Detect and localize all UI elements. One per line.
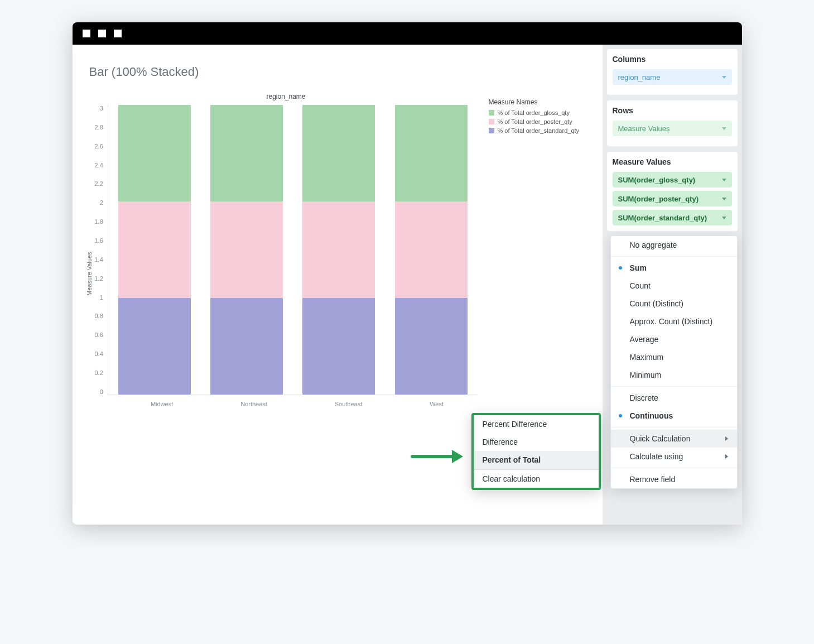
chevron-down-icon <box>722 127 726 130</box>
y-tick: 2.8 <box>95 124 103 131</box>
bar-segment-standard <box>118 298 191 395</box>
bar-northeast[interactable] <box>210 105 283 395</box>
config-sidebar: Columns region_name Rows Measure Values … <box>603 45 742 525</box>
x-tick: Midwest <box>151 401 173 407</box>
app-window: Bar (100% Stacked) Measure Values region… <box>73 22 742 525</box>
submenu-percent-difference[interactable]: Percent Difference <box>474 415 599 433</box>
window-control[interactable] <box>83 30 90 37</box>
bar-segment-poster <box>210 201 283 298</box>
menu-quick-calculation[interactable]: Quick Calculation <box>611 430 737 448</box>
legend-swatch-icon <box>489 110 494 116</box>
bar-segment-gloss <box>395 105 468 201</box>
columns-panel: Columns region_name <box>607 49 738 95</box>
y-tick: 1.8 <box>95 218 103 225</box>
bar-segment-poster <box>118 201 191 298</box>
pill-label: SUM(order_standard_qty) <box>618 214 707 222</box>
submenu-arrow-icon <box>725 436 728 441</box>
legend-swatch-icon <box>489 128 494 133</box>
menu-continuous[interactable]: Continuous <box>611 407 737 425</box>
submenu-difference[interactable]: Difference <box>474 433 599 451</box>
mv-pill-standard[interactable]: SUM(order_standard_qty) <box>613 210 732 225</box>
mv-pill-poster[interactable]: SUM(order_poster_qty) <box>613 191 732 206</box>
menu-average[interactable]: Average <box>611 330 737 348</box>
legend-label: % of Total order_poster_qty <box>498 118 572 125</box>
selected-bullet-icon <box>619 266 622 270</box>
bar-segment-gloss <box>302 105 375 201</box>
menu-calculate-using[interactable]: Calculate using <box>611 448 737 465</box>
chevron-down-icon <box>722 198 726 200</box>
pointer-arrow-icon <box>411 455 454 458</box>
y-tick: 0.8 <box>95 313 103 319</box>
y-tick: 0.6 <box>95 331 103 338</box>
y-tick: 2.4 <box>95 162 103 169</box>
chart-title: Bar (100% Stacked) <box>89 65 589 79</box>
window-control[interactable] <box>114 30 122 37</box>
rows-pill-measure-values[interactable]: Measure Values <box>613 121 732 136</box>
chevron-down-icon <box>722 179 726 181</box>
bar-segment-gloss <box>118 105 191 201</box>
chart-plot-area <box>108 105 478 395</box>
pill-label: Measure Values <box>618 124 670 133</box>
y-tick: 1.4 <box>95 256 103 263</box>
legend-swatch-icon <box>489 119 494 124</box>
pill-label: SUM(order_gloss_qty) <box>618 176 696 184</box>
legend-item[interactable]: % of Total order_standard_qty <box>489 127 589 134</box>
y-tick: 1.6 <box>95 237 103 244</box>
chevron-down-icon <box>722 76 726 79</box>
menu-label: Sum <box>630 263 647 272</box>
menu-remove-field[interactable]: Remove field <box>611 470 737 488</box>
legend-item[interactable]: % of Total order_gloss_qty <box>489 109 589 116</box>
menu-label: Calculate using <box>630 452 683 461</box>
pill-label: SUM(order_poster_qty) <box>618 195 699 203</box>
y-tick: 0.2 <box>95 369 103 376</box>
y-tick: 0.4 <box>95 350 103 357</box>
y-tick: 1.2 <box>95 275 103 282</box>
menu-minimum[interactable]: Minimum <box>611 366 737 384</box>
legend-label: % of Total order_gloss_qty <box>498 109 570 116</box>
menu-label: Continuous <box>630 411 673 420</box>
menu-no-aggregate[interactable]: No aggregate <box>611 236 737 254</box>
x-axis-title: region_name <box>95 93 478 100</box>
window-titlebar <box>73 22 742 45</box>
chevron-down-icon <box>722 217 726 219</box>
quick-calculation-submenu: Percent Difference Difference Percent of… <box>471 413 601 490</box>
menu-count[interactable]: Count <box>611 277 737 295</box>
y-tick: 0 <box>100 388 103 395</box>
mv-pill-gloss[interactable]: SUM(order_gloss_qty) <box>613 172 732 188</box>
submenu-clear-calculation[interactable]: Clear calculation <box>474 470 599 488</box>
bar-segment-standard <box>210 298 283 395</box>
bar-southeast[interactable] <box>302 105 375 395</box>
y-tick: 2.6 <box>95 143 103 150</box>
measure-values-title: Measure Values <box>613 157 732 166</box>
columns-pill-region-name[interactable]: region_name <box>613 69 732 85</box>
y-tick: 1 <box>100 294 103 301</box>
legend-label: % of Total order_standard_qty <box>498 127 580 134</box>
bar-segment-poster <box>395 201 468 298</box>
menu-maximum[interactable]: Maximum <box>611 348 737 366</box>
measure-values-panel: Measure Values SUM(order_gloss_qty) SUM(… <box>607 152 738 231</box>
chart-panel: Bar (100% Stacked) Measure Values region… <box>73 45 603 525</box>
rows-panel: Rows Measure Values <box>607 100 738 146</box>
y-tick: 2.2 <box>95 180 103 187</box>
bar-west[interactable] <box>395 105 468 395</box>
legend: Measure Names % of Total order_gloss_qty… <box>478 93 589 407</box>
submenu-percent-of-total[interactable]: Percent of Total <box>474 451 599 469</box>
rows-title: Rows <box>613 106 732 115</box>
bar-midwest[interactable] <box>118 105 191 395</box>
menu-count-distinct[interactable]: Count (Distinct) <box>611 295 737 313</box>
pill-label: region_name <box>618 73 661 81</box>
menu-discrete[interactable]: Discrete <box>611 389 737 407</box>
submenu-arrow-icon <box>725 454 728 459</box>
menu-label: Quick Calculation <box>630 434 691 443</box>
y-tick: 2 <box>100 199 103 206</box>
legend-item[interactable]: % of Total order_poster_qty <box>489 118 589 125</box>
bar-segment-standard <box>302 298 375 395</box>
bar-segment-poster <box>302 201 375 298</box>
window-control[interactable] <box>98 30 106 37</box>
x-tick: Southeast <box>335 401 363 407</box>
x-tick: West <box>430 401 444 407</box>
menu-sum[interactable]: Sum <box>611 259 737 277</box>
selected-bullet-icon <box>619 414 622 417</box>
menu-approx-count-distinct[interactable]: Approx. Count (Distinct) <box>611 313 737 330</box>
measure-dropdown-menu: No aggregate Sum Count Count (Distinct) … <box>610 236 738 489</box>
